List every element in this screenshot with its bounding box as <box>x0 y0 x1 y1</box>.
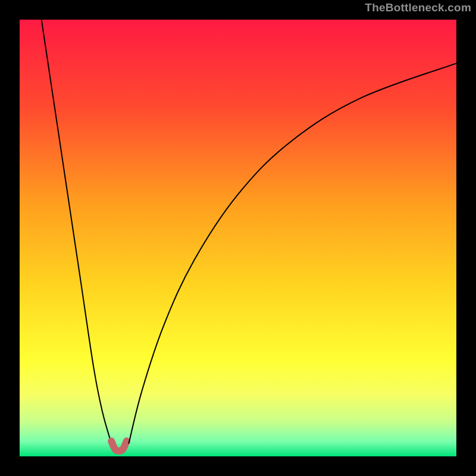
bottleneck-chart <box>20 20 456 456</box>
plot-area <box>20 20 456 456</box>
watermark-text: TheBottleneck.com <box>365 1 471 14</box>
gradient-background <box>20 20 456 456</box>
chart-frame: TheBottleneck.com <box>0 0 476 476</box>
